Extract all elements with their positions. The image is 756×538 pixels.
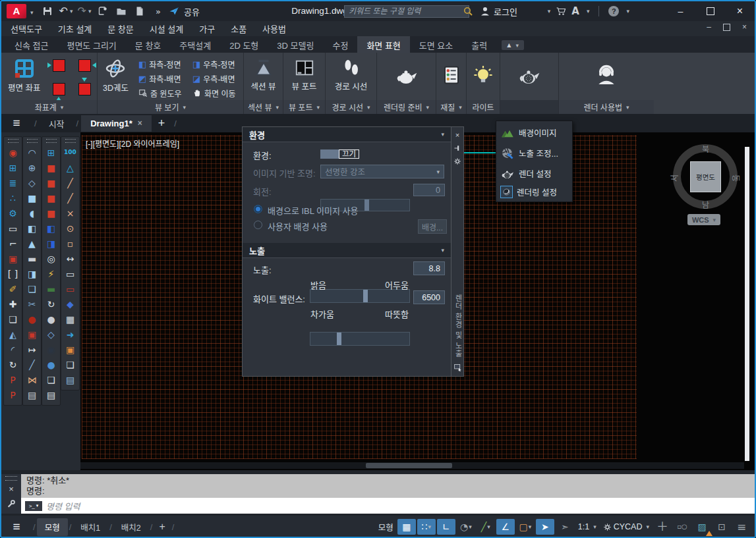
render-settings-button[interactable] (500, 65, 558, 87)
toolbar-button-block-insert[interactable]: [ ] (6, 266, 20, 281)
viewport-controls-label[interactable]: [-][평면도][2D 와이어프레임] (86, 138, 179, 149)
view-left-button[interactable] (53, 59, 65, 72)
orbit-3d-button[interactable]: 3D궤도 (103, 58, 129, 94)
draw-3d-toolbar-grip[interactable] (27, 139, 38, 143)
minimize-button[interactable]: – (666, 1, 695, 21)
graphics-performance-button[interactable]: ▨ (693, 519, 711, 535)
compass-west-label[interactable]: 서 (668, 175, 680, 182)
toolbar-button-node-point[interactable]: ▫ (63, 236, 78, 251)
flyout-item-2[interactable]: 렌더 설정 (496, 163, 572, 184)
toolbar-button-plot-preview[interactable]: ▤ (63, 372, 78, 387)
toolbar-button-ruler-dim[interactable]: ▭ (63, 266, 78, 281)
help-icon[interactable]: ? (608, 6, 619, 16)
new-tab-button[interactable]: + (152, 117, 172, 130)
toolbar-button-drawing-settings[interactable]: ⚙ (6, 205, 20, 221)
toolbar-button-zoom-dynamic[interactable]: ⚡ (44, 266, 59, 281)
menu-item-5[interactable]: 소품 (231, 22, 247, 35)
polar-tracking-toggle[interactable]: ◔▾ (457, 519, 475, 535)
panel-label-render[interactable] (500, 100, 558, 114)
toolbar-button-sheet-copy[interactable]: ❏ (44, 372, 59, 387)
plot-button[interactable] (95, 3, 111, 19)
viewport-button[interactable]: 뷰 포트 (283, 58, 325, 92)
view-right-button[interactable] (78, 59, 91, 72)
ibl-background-radio-label[interactable]: 배경으로 IBL 이미지 사용 (268, 204, 359, 217)
ribbon-tab-2[interactable]: 문 창호 (126, 36, 171, 53)
toolbar-button-slab-3d[interactable]: ▬ (25, 251, 40, 266)
file-tab-menu-icon[interactable]: ≡ (1, 116, 32, 130)
login-label[interactable]: 로그인 (494, 5, 517, 18)
toolbar-button-plot-block-1[interactable]: P (6, 372, 20, 387)
ibl-dropdown[interactable]: 선명한 강조 ▾ (320, 165, 444, 178)
ribbon-tab-6[interactable]: 수정 (323, 36, 357, 53)
toolbar-button-rectangle-red[interactable]: ▣ (6, 251, 20, 266)
search-input[interactable]: 키워드 또는 구절 입력 (344, 5, 469, 18)
toolbar-button-spline-segment[interactable]: ╱ (63, 190, 78, 205)
section-collapse-icon[interactable]: ▾ (441, 131, 444, 138)
mdi-minimize-button[interactable]: – (707, 22, 711, 32)
toolbar-button-explode-tool[interactable]: ● (25, 311, 40, 327)
layout-tab-모형[interactable]: 모형 (37, 518, 68, 536)
layout-tab-배치1[interactable]: 배치1 (73, 518, 108, 536)
panel-label-walk-path[interactable]: 경로 시선▾ (326, 100, 376, 114)
menu-item-4[interactable]: 가구 (199, 22, 215, 35)
ribbon-collapse-button[interactable]: ▲▾ (502, 40, 524, 50)
qat-more-button[interactable]: » (150, 3, 166, 19)
polar-tracking-toggle-caret[interactable]: ▾ (469, 524, 472, 530)
view-compass[interactable]: 평면도 북 남 서 동 (673, 144, 738, 209)
command-input-placeholder[interactable]: 명령 입력 (46, 500, 80, 512)
command-close-icon[interactable]: × (9, 484, 14, 494)
toolbar-button-view-iso-se[interactable]: ◨ (44, 236, 59, 251)
plan-coordinate-button[interactable]: 평면 좌표 (8, 58, 40, 94)
panel-label-render-help[interactable]: 렌더 사용법▾ (559, 100, 654, 114)
flyout-item-0[interactable]: 배경이미지 (496, 122, 572, 143)
ribbon-tab-9[interactable]: 출력 (462, 36, 496, 53)
panel-label-viewport[interactable]: 뷰 포트▾ (283, 100, 325, 114)
right-scrollbar[interactable] (745, 147, 749, 461)
toolbar-button-break-tool[interactable]: ╱ (25, 357, 40, 372)
ribbon-tab-8[interactable]: 도면 요소 (410, 36, 462, 53)
annotation-visibility-toggle[interactable]: ➣ (556, 519, 574, 535)
toolbar-button-polygon-tool[interactable]: ◇ (25, 175, 40, 190)
toolbar-button-erase-tool[interactable]: ✐ (6, 281, 20, 296)
snap-mode-toggle-caret[interactable]: ▾ (428, 524, 431, 530)
command-input-row[interactable]: >_▾ 명령 입력 (21, 498, 755, 514)
app-menu-button[interactable]: A (7, 4, 26, 18)
toolbar-button-box-wireframe[interactable]: ◇ (44, 327, 59, 342)
annotation-toolbar-grip[interactable] (65, 139, 76, 143)
menu-item-0[interactable]: 선택도구 (11, 22, 42, 35)
toolbar-button-plan-coordinate[interactable]: ⊞ (6, 160, 20, 175)
tab-start[interactable]: 시작 (40, 114, 74, 133)
ribbon-tab-4[interactable]: 2D 도형 (220, 36, 268, 53)
compass-east-label[interactable]: 동 (731, 175, 742, 182)
toolbar-button-quick-dim[interactable]: 100 (63, 145, 78, 160)
horizontal-scrollbar[interactable] (80, 462, 744, 469)
toolbar-button-zoom-window-tool[interactable]: ◎ (44, 251, 59, 266)
grid-display-toggle[interactable]: ▦ (397, 519, 416, 535)
coordinate-toolbar-grip[interactable] (8, 139, 18, 143)
section-collapse-icon[interactable]: ▾ (441, 247, 444, 254)
object-snap-toggle-caret[interactable]: ▾ (529, 524, 532, 530)
toolbar-button-angular-dim[interactable]: △ (63, 160, 78, 175)
toolbar-button-section-tool[interactable]: ≣ (6, 175, 20, 190)
toolbar-button-sweep-3d[interactable]: ◨ (25, 266, 40, 281)
toolbar-button-orbit-3d[interactable]: ↻ (44, 296, 59, 311)
palette-close-icon[interactable]: × (453, 130, 463, 140)
panel-label-materials[interactable]: 재질▾ (436, 100, 466, 114)
toolbar-button-copy-tool[interactable]: ❏ (6, 311, 20, 327)
toolbar-button-hatch-tool[interactable]: ▤ (25, 387, 40, 402)
toolbar-button-union-3d[interactable]: ◧ (25, 221, 40, 236)
view-toolbar-grip[interactable] (46, 139, 57, 143)
view-button-1[interactable]: ◨우측-정면 (192, 57, 244, 70)
isolate-objects-button[interactable]: ▫○ (673, 519, 691, 535)
toolbar-button-join-tool[interactable]: ⋈ (25, 372, 40, 387)
compass-south-label[interactable]: 남 (702, 199, 709, 210)
tab-drawing1[interactable]: Drawing1* × (81, 115, 152, 132)
workspace-switcher[interactable]: CYCAD▾ (600, 522, 652, 531)
cart-icon[interactable] (556, 6, 566, 16)
toolbar-button-render-region[interactable]: ● (44, 357, 59, 372)
open-button[interactable] (113, 3, 129, 19)
toolbar-button-solid-cube[interactable]: ◆ (63, 296, 78, 311)
view-back-button[interactable] (78, 83, 91, 95)
view-button-5[interactable]: 화면 이동 (192, 86, 244, 99)
wcs-dropdown[interactable]: WCS▾ (687, 214, 720, 225)
